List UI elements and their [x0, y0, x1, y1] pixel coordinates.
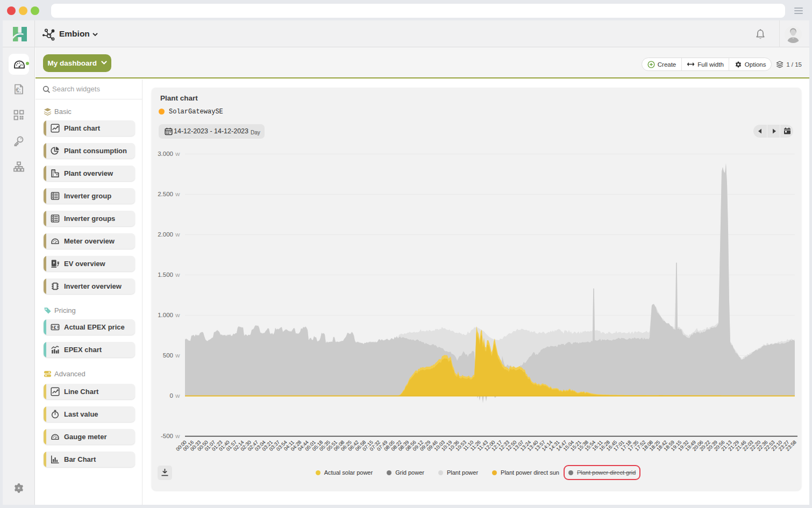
- svg-text:500: 500: [163, 352, 173, 359]
- svg-text:0: 0: [170, 392, 173, 399]
- svg-text:W: W: [175, 273, 180, 278]
- svg-text:W: W: [175, 313, 180, 318]
- svg-text:2.500: 2.500: [158, 191, 173, 197]
- svg-text:W: W: [175, 393, 180, 399]
- svg-text:W: W: [175, 434, 180, 439]
- svg-text:-500: -500: [161, 433, 173, 439]
- svg-text:1.000: 1.000: [158, 312, 173, 318]
- svg-text:€: €: [54, 325, 56, 330]
- svg-text:1.500: 1.500: [158, 271, 173, 278]
- svg-text:W: W: [175, 192, 180, 197]
- svg-text:W: W: [175, 232, 180, 238]
- svg-text:3.000: 3.000: [158, 151, 173, 157]
- svg-text:2.000: 2.000: [158, 231, 173, 238]
- svg-text:W: W: [175, 152, 180, 157]
- svg-text:W: W: [175, 353, 180, 359]
